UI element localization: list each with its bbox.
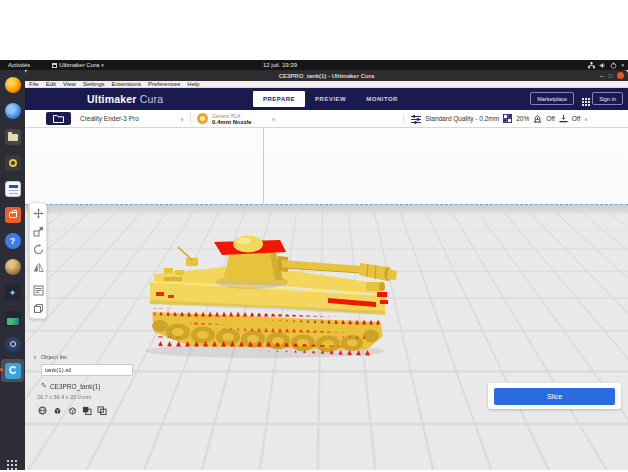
tab-prepare[interactable]: PREPARE	[253, 91, 305, 107]
running-indicator-dot	[0, 368, 3, 371]
menu-extensions[interactable]: Extensions	[112, 81, 141, 87]
window-titlebar[interactable]: CE3PRO_tank(1) - Ultimaker Cura – □	[25, 70, 628, 81]
z-axis-line	[263, 128, 264, 207]
support-icon	[533, 114, 542, 123]
help-icon: ?	[5, 233, 21, 249]
model-tank[interactable]	[130, 222, 400, 362]
print-settings-selector[interactable]: Standard Quality - 0.2mm 20% Off Off ∨	[403, 114, 588, 124]
libreoffice-writer-icon	[5, 181, 21, 197]
profile-value: Standard Quality - 0.2mm	[425, 115, 499, 122]
dock-item-cura[interactable]: C	[1, 359, 24, 382]
dock-item-ubuntu-software[interactable]	[1, 203, 24, 226]
rotate-icon	[33, 244, 44, 255]
dock-item-files[interactable]	[1, 125, 24, 148]
menu-settings[interactable]: Settings	[83, 81, 105, 87]
dock-item-screenshot[interactable]	[1, 307, 24, 330]
maximize-button[interactable]: □	[608, 73, 612, 79]
network-icon[interactable]	[588, 62, 595, 69]
sign-in-button[interactable]: Sign in	[592, 92, 623, 105]
menu-view[interactable]: View	[63, 81, 76, 87]
object-list-toggle[interactable]: ∨ Object list	[33, 354, 133, 360]
dock-item-game[interactable]	[1, 255, 24, 278]
slice-button[interactable]: Slice	[494, 388, 615, 405]
volume-icon[interactable]	[599, 62, 606, 69]
menu-preferences[interactable]: Preferences	[148, 81, 180, 87]
rotate-tool-button[interactable]	[32, 243, 44, 255]
cube-outline-icon[interactable]	[67, 405, 77, 415]
material-spool-icon	[197, 113, 208, 124]
job-name-text: CE3PRO_tank(1)	[50, 383, 101, 390]
dock-item-steam[interactable]	[1, 333, 24, 356]
close-button[interactable]	[617, 72, 624, 79]
dock-item-emblem[interactable]: ✦	[1, 281, 24, 304]
chevron-down-icon: ∨	[180, 116, 184, 122]
app-indicator-label: Ultimaker Cura	[59, 62, 99, 68]
dock-item-thunderbird[interactable]	[1, 99, 24, 122]
solid-cube-icon[interactable]	[52, 405, 62, 415]
material-labels: Generic PLA 0.4mm Nozzle	[212, 113, 252, 125]
dock-item-help[interactable]: ?	[1, 229, 24, 252]
material-selector[interactable]: Generic PLA 0.4mm Nozzle ∨	[197, 113, 275, 125]
system-top-bar: Activités Ultimaker Cura ▾ 12 juil. 19:3…	[0, 60, 628, 70]
slice-panel: Slice	[488, 383, 621, 409]
configuration-bar: Creality Ender-3 Pro ∨ Generic PLA 0.4mm…	[25, 110, 628, 128]
mirror-icon	[33, 262, 44, 273]
object-list-label: Object list	[41, 354, 67, 360]
brand-light: Cura	[140, 93, 164, 105]
menu-bar: File Edit View Settings Extensions Prefe…	[25, 81, 628, 88]
marketplace-button[interactable]: Marketplace	[530, 92, 574, 105]
move-tool-button[interactable]	[32, 207, 44, 219]
chevron-down-icon: ∨	[272, 116, 276, 122]
object-panel: ∨ Object list tank(1).stl ✎ CE3PRO_tank(…	[33, 354, 133, 415]
globe-icon[interactable]	[37, 405, 47, 415]
support-value: Off	[546, 115, 555, 122]
move-icon	[33, 208, 44, 219]
double-cube-icon[interactable]	[82, 405, 92, 415]
menu-file[interactable]: File	[29, 81, 39, 87]
dock-item-firefox[interactable]	[1, 73, 24, 96]
viewport-3d[interactable]: ∨ Object list tank(1).stl ✎ CE3PRO_tank(…	[25, 128, 628, 470]
printer-selector[interactable]: Creality Ender-3 Pro ∨	[80, 115, 184, 122]
firefox-icon	[5, 77, 21, 93]
tray-caret-icon[interactable]: ▾	[621, 62, 624, 68]
per-model-settings-button[interactable]	[32, 284, 44, 296]
printer-name: Creality Ender-3 Pro	[80, 115, 139, 122]
applications-grid-icon[interactable]	[582, 98, 584, 100]
infill-icon	[503, 114, 512, 123]
screenshot-icon	[5, 311, 21, 327]
menu-edit[interactable]: Edit	[46, 81, 56, 87]
adhesion-value: Off	[572, 115, 581, 122]
dock-item-libreoffice-writer[interactable]	[1, 177, 24, 200]
activities-button[interactable]: Activités	[8, 62, 30, 68]
show-applications-icon[interactable]	[7, 460, 9, 462]
object-list-item[interactable]: tank(1).stl	[41, 364, 133, 376]
clock[interactable]: 12 juil. 19:39	[240, 62, 320, 68]
scale-tool-button[interactable]	[32, 225, 44, 237]
pencil-icon: ✎	[41, 382, 47, 390]
header-actions: Marketplace Sign in	[530, 92, 623, 105]
app-indicator-menu[interactable]: Ultimaker Cura ▾	[52, 62, 104, 68]
nozzle-size: 0.4mm Nozzle	[212, 119, 252, 125]
window-icon	[52, 63, 57, 68]
system-tray[interactable]: ▾	[588, 60, 624, 70]
divider	[190, 112, 191, 125]
object-file-name: tank(1).stl	[45, 367, 71, 373]
tool-panel	[29, 202, 47, 319]
print-job-name[interactable]: ✎ CE3PRO_tank(1)	[41, 382, 133, 390]
support-blocker-button[interactable]	[32, 302, 44, 314]
steam-icon	[5, 337, 21, 353]
buildplate-back-edge	[25, 204, 628, 213]
dock-item-rhythmbox[interactable]	[1, 151, 24, 174]
minimize-button[interactable]: –	[600, 73, 603, 79]
stacked-cubes-icon[interactable]	[97, 405, 107, 415]
sphere-icon	[5, 259, 21, 275]
rhythmbox-icon	[5, 155, 21, 171]
tab-preview[interactable]: PREVIEW	[305, 91, 356, 107]
tab-monitor[interactable]: MONITOR	[356, 91, 408, 107]
mirror-tool-button[interactable]	[32, 261, 44, 273]
per-model-settings-icon	[33, 285, 44, 296]
menu-help[interactable]: Help	[187, 81, 199, 87]
open-file-button[interactable]	[46, 112, 71, 125]
window-title: CE3PRO_tank(1) - Ultimaker Cura	[279, 73, 375, 79]
power-icon[interactable]	[610, 62, 617, 69]
